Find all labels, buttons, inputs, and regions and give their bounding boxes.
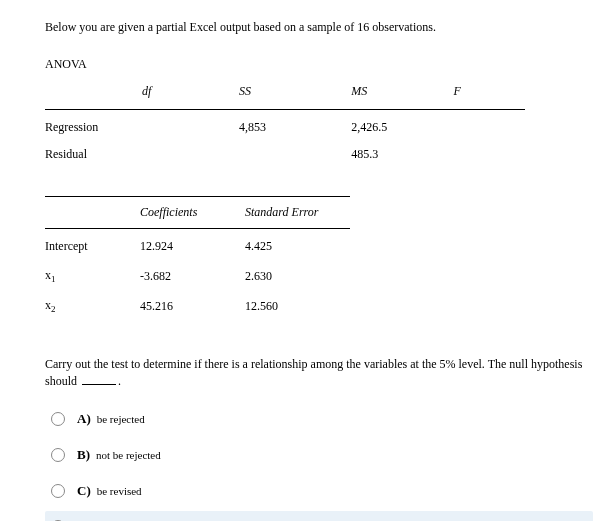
intro-text: Below you are given a partial Excel outp… [45,20,593,35]
anova-row-residual: Residual 485.3 [45,141,525,168]
anova-cell-label: Regression [45,110,142,142]
coef-cell-se: 4.425 [245,229,350,262]
answer-options: A) be rejected B) not be rejected C) be … [45,403,593,521]
coef-header-coef: Coefficients [140,197,245,229]
coef-header-se: Standard Error [245,197,350,229]
anova-header-f: F [453,80,525,110]
coef-var-sub: 2 [51,305,56,315]
coef-cell-coef: 45.216 [140,291,245,321]
option-a[interactable]: A) be rejected [45,403,593,435]
anova-cell-f [453,141,525,168]
option-letter: C) [77,483,91,499]
anova-cell-df [142,110,239,142]
coef-cell-label: Intercept [45,229,140,262]
option-b[interactable]: B) not be rejected [45,439,593,471]
coef-row-x2: x2 45.216 12.560 [45,291,350,321]
anova-cell-ss [239,141,351,168]
option-letter: B) [77,447,90,463]
question-text: Carry out the test to determine if there… [45,356,593,390]
anova-header-ss: SS [239,80,351,110]
anova-table: df SS MS F Regression 4,853 2,426.5 Resi… [45,80,525,168]
anova-cell-ss: 4,853 [239,110,351,142]
anova-cell-df [142,141,239,168]
coef-var-sub: 1 [51,274,56,284]
coef-cell-coef: -3.682 [140,261,245,291]
option-c[interactable]: C) be revised [45,475,593,507]
option-d[interactable]: D) None of the answers is correct. [45,511,593,521]
anova-cell-ms: 2,426.5 [351,110,453,142]
coef-header-blank [45,197,140,229]
coef-cell-se: 2.630 [245,261,350,291]
option-text: be revised [97,485,142,497]
anova-cell-label: Residual [45,141,142,168]
coef-cell-coef: 12.924 [140,229,245,262]
anova-header-ms: MS [351,80,453,110]
radio-icon [51,412,65,426]
coef-row-intercept: Intercept 12.924 4.425 [45,229,350,262]
anova-header-blank [45,80,142,110]
anova-title: ANOVA [45,57,593,72]
anova-cell-f [453,110,525,142]
option-text: be rejected [97,413,145,425]
coef-cell-label: x2 [45,291,140,321]
coef-row-x1: x1 -3.682 2.630 [45,261,350,291]
radio-icon [51,448,65,462]
coef-cell-label: x1 [45,261,140,291]
option-letter: A) [77,411,91,427]
question-stem: Carry out the test to determine if there… [45,357,582,388]
option-text: not be rejected [96,449,161,461]
anova-cell-ms: 485.3 [351,141,453,168]
anova-row-regression: Regression 4,853 2,426.5 [45,110,525,142]
coef-cell-se: 12.560 [245,291,350,321]
radio-icon [51,484,65,498]
anova-header-df: df [142,80,239,110]
coefficients-table: Coefficients Standard Error Intercept 12… [45,196,350,322]
blank-line [82,384,116,385]
